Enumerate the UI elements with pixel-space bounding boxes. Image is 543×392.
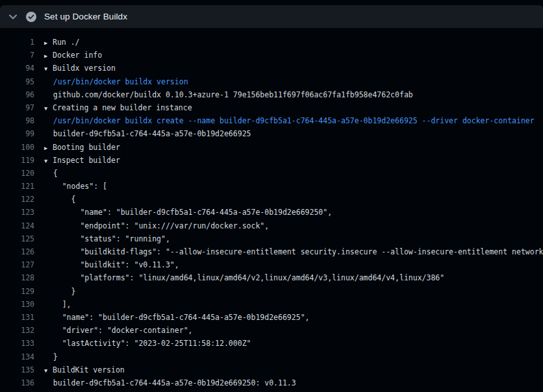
line-number[interactable]: 129: [0, 285, 34, 298]
line-number[interactable]: 122: [0, 193, 34, 206]
log-output-text: "name": "builder-d9cfb5a1-c764-445a-a57e…: [44, 311, 310, 324]
log-output-text: "platforms": "linux/amd64,linux/amd64/v2…: [44, 271, 444, 284]
log-output-text: "lastActivity": "2023-02-25T11:58:12.000…: [44, 337, 251, 350]
log-line: 133 "lastActivity": "2023-02-25T11:58:12…: [0, 337, 543, 350]
step-header[interactable]: Set up Docker Buildx: [0, 5, 543, 28]
log-line: 95 /usr/bin/docker buildx version: [0, 75, 543, 88]
triangle-right-icon[interactable]: ▶: [44, 36, 53, 49]
log-group-label: Booting builder: [53, 143, 120, 152]
line-number[interactable]: 99: [0, 127, 34, 140]
line-number[interactable]: 131: [0, 311, 34, 324]
log-line: 120 {: [0, 167, 543, 180]
log-output-text: "name": "builder-d9cfb5a1-c764-445a-a57e…: [44, 206, 332, 219]
line-number[interactable]: 7: [0, 49, 34, 62]
log-line: 98 /usr/bin/docker buildx create --name …: [0, 114, 543, 127]
line-number[interactable]: 124: [0, 219, 34, 232]
line-number[interactable]: 95: [0, 75, 34, 88]
log-output-text: "nodes": [: [44, 180, 107, 193]
log-line: 7▶Docker info: [0, 49, 543, 62]
line-number[interactable]: 123: [0, 206, 34, 219]
log-line: 99 builder-d9cfb5a1-c764-445a-a57e-0b19d…: [0, 127, 543, 140]
log-line: 1▶Run ./: [0, 36, 543, 49]
chevron-down-icon[interactable]: [9, 14, 17, 19]
line-number[interactable]: 100: [0, 141, 34, 154]
log-output-text: "buildkit": "v0.11.3",: [44, 258, 179, 271]
log-line: 125 "status": "running",: [0, 232, 543, 245]
log-line: 129 }: [0, 285, 543, 298]
step-title: Set up Docker Buildx: [44, 12, 127, 21]
line-number[interactable]: 135: [0, 363, 34, 376]
log-line: 132 "driver": "docker-container",: [0, 324, 543, 337]
log-line: 126 "buildkitd-flags": "--allow-insecure…: [0, 245, 543, 258]
line-number[interactable]: 134: [0, 350, 34, 363]
log-line: 119▼Inspect builder: [0, 154, 543, 167]
log-output-text: {: [44, 167, 58, 180]
check-circle-icon: [26, 12, 36, 22]
log-group-label: Creating a new builder instance: [53, 103, 192, 112]
log-line: 123 "name": "builder-d9cfb5a1-c764-445a-…: [0, 206, 543, 219]
line-number[interactable]: 132: [0, 324, 34, 337]
log-group-header[interactable]: ▼Creating a new builder instance: [44, 101, 192, 114]
log-output-text: github.com/docker/buildx 0.10.3+azure-1 …: [44, 88, 413, 101]
log-line: 121 "nodes": [: [0, 180, 543, 193]
log-group-header[interactable]: ▼BuildKit version: [44, 363, 125, 376]
triangle-down-icon[interactable]: ▼: [44, 154, 53, 167]
log-line: 124 "endpoint": "unix:///var/run/docker.…: [0, 219, 543, 232]
log-group-label: BuildKit version: [53, 365, 125, 374]
log-group-header[interactable]: ▶Run ./: [44, 36, 80, 49]
log-line: 135▼BuildKit version: [0, 363, 543, 376]
triangle-down-icon[interactable]: ▼: [44, 364, 53, 376]
log-line: 127 "buildkit": "v0.11.3",: [0, 258, 543, 271]
log-line: 96 github.com/docker/buildx 0.10.3+azure…: [0, 88, 543, 101]
line-number[interactable]: 120: [0, 167, 34, 180]
log-output-text: }: [44, 285, 75, 298]
log-output-text: "driver": "docker-container",: [44, 324, 192, 337]
log-line: 94▼Buildx version: [0, 62, 543, 75]
line-number[interactable]: 98: [0, 114, 34, 127]
log-group-header[interactable]: ▼Buildx version: [44, 62, 116, 75]
log-line: 97▼Creating a new builder instance: [0, 101, 543, 114]
log-line: 131 "name": "builder-d9cfb5a1-c764-445a-…: [0, 311, 543, 324]
log-line: 130 ],: [0, 298, 543, 311]
line-number[interactable]: 127: [0, 258, 34, 271]
triangle-right-icon[interactable]: ▶: [44, 49, 53, 62]
log-output-text: "endpoint": "unix:///var/run/docker.sock…: [44, 219, 269, 232]
log-group-header[interactable]: ▶Docker info: [44, 49, 102, 62]
line-number[interactable]: 96: [0, 88, 34, 101]
line-number[interactable]: 126: [0, 245, 34, 258]
log-group-label: Docker info: [53, 51, 102, 60]
log-output-text: {: [44, 193, 75, 206]
log-command-text: /usr/bin/docker buildx version: [44, 75, 188, 88]
line-number[interactable]: 136: [0, 376, 34, 389]
log-line: 128 "platforms": "linux/amd64,linux/amd6…: [0, 271, 543, 284]
line-number[interactable]: 121: [0, 180, 34, 193]
line-number[interactable]: 1: [0, 36, 34, 49]
line-number[interactable]: 119: [0, 154, 34, 167]
log-group-header[interactable]: ▼Inspect builder: [44, 154, 120, 167]
log-output-text: builder-d9cfb5a1-c764-445a-a57e-0b19d2e6…: [44, 127, 251, 140]
log-group-label: Inspect builder: [53, 156, 120, 165]
triangle-down-icon[interactable]: ▼: [44, 62, 53, 75]
log-line: 100▶Booting builder: [0, 141, 543, 154]
log-output-text: "status": "running",: [44, 232, 170, 245]
log-group-label: Run ./: [53, 38, 80, 47]
log-group-header[interactable]: ▶Booting builder: [44, 141, 120, 154]
line-number[interactable]: 130: [0, 298, 34, 311]
log-line: 122 {: [0, 193, 543, 206]
log-line: 134 }: [0, 350, 543, 363]
log-output-text: builder-d9cfb5a1-c764-445a-a57e-0b19d2e6…: [44, 376, 296, 389]
log-line: 136 builder-d9cfb5a1-c764-445a-a57e-0b19…: [0, 376, 543, 389]
line-number[interactable]: 94: [0, 62, 34, 75]
triangle-down-icon[interactable]: ▼: [44, 102, 53, 114]
triangle-right-icon[interactable]: ▶: [44, 141, 53, 154]
log-output-text: }: [44, 350, 58, 363]
line-number[interactable]: 97: [0, 101, 34, 114]
log-output-text: ],: [44, 298, 71, 311]
line-number[interactable]: 125: [0, 232, 34, 245]
log-output-text: "buildkitd-flags": "--allow-insecure-ent…: [44, 245, 543, 258]
log-area: 1▶Run ./7▶Docker info94▼Buildx version95…: [0, 36, 543, 392]
line-number[interactable]: 128: [0, 271, 34, 284]
log-command-text: /usr/bin/docker buildx create --name bui…: [44, 114, 535, 127]
line-number[interactable]: 133: [0, 337, 34, 350]
log-group-label: Buildx version: [53, 64, 116, 73]
